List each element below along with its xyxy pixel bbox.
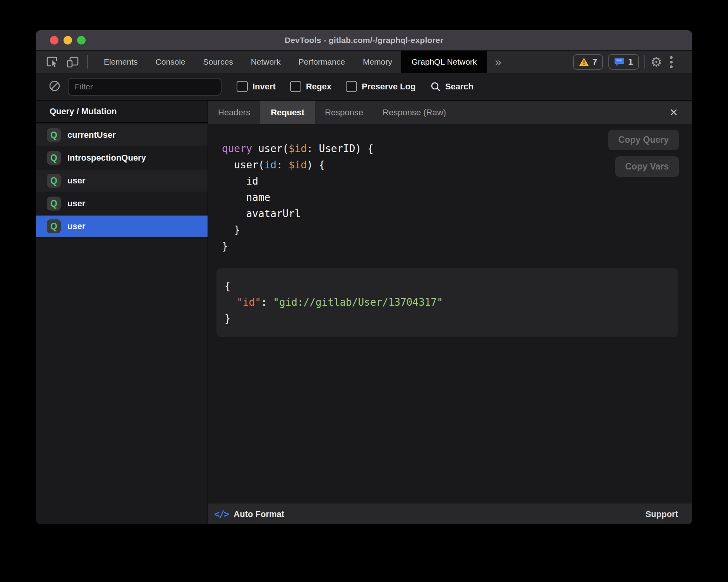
message-count: 1: [628, 57, 633, 67]
warning-icon: [579, 57, 589, 67]
search-control[interactable]: Search: [431, 82, 473, 92]
close-detail-icon[interactable]: ✕: [669, 101, 678, 124]
messages-badge[interactable]: 1: [608, 54, 639, 70]
checkbox-label: Preserve Log: [362, 82, 416, 92]
request-label: user: [67, 221, 85, 231]
panel-tab-network[interactable]: Network: [242, 51, 290, 73]
panel-tab-sources[interactable]: Sources: [194, 51, 242, 73]
panel-tab-memory[interactable]: Memory: [354, 51, 401, 73]
filter-bar: InvertRegexPreserve Log Search: [36, 73, 692, 101]
copy-query-button[interactable]: Copy Query: [608, 130, 679, 150]
detail-tab-response[interactable]: Response: [315, 101, 373, 124]
copy-vars-button[interactable]: Copy Vars: [615, 156, 679, 177]
request-list: QcurrentUserQIntrospectionQueryQuserQuse…: [36, 123, 208, 237]
detail-tab-headers[interactable]: Headers: [208, 101, 260, 124]
kebab-menu-icon[interactable]: [668, 56, 675, 68]
checkbox-box: [346, 81, 357, 92]
request-row-currentUser[interactable]: QcurrentUser: [36, 124, 208, 146]
more-panels-button[interactable]: »: [487, 51, 509, 73]
panel-tab-console[interactable]: Console: [147, 51, 194, 73]
panel-tab-graphql-network[interactable]: GraphQL Network: [401, 51, 487, 73]
devtools-toolbar: ElementsConsoleSourcesNetworkPerformance…: [36, 51, 692, 73]
filter-input[interactable]: [68, 78, 221, 96]
device-toolbar-icon[interactable]: [66, 56, 79, 68]
query-type-badge: Q: [47, 151, 61, 165]
copy-buttons: Copy Query Copy Vars: [608, 130, 679, 177]
search-label: Search: [445, 82, 473, 92]
request-row-user[interactable]: Quser: [36, 193, 208, 214]
inspect-element-icon[interactable]: [46, 56, 58, 68]
checkbox-invert[interactable]: Invert: [237, 81, 276, 92]
checkbox-label: Invert: [252, 82, 276, 92]
request-row-IntrospectionQuery[interactable]: QIntrospectionQuery: [36, 147, 208, 169]
message-bubble-icon: [614, 57, 625, 67]
checkbox-regex[interactable]: Regex: [290, 81, 331, 92]
checkbox-preserve-log[interactable]: Preserve Log: [346, 81, 416, 92]
graphql-variables-code: { "id": "gid://gitlab/User/13704317" }: [225, 278, 670, 327]
auto-format-control[interactable]: </> Auto Format: [214, 509, 284, 520]
toolbar-divider: [87, 55, 88, 68]
code-brackets-icon: </>: [214, 509, 228, 520]
filter-checkboxes: InvertRegexPreserve Log: [237, 81, 416, 92]
toolbar-divider: [644, 55, 645, 68]
devtools-window: DevTools - gitlab.com/-/graphql-explorer…: [36, 30, 692, 524]
panel-tab-elements[interactable]: Elements: [95, 51, 147, 73]
query-type-badge: Q: [47, 219, 61, 233]
toolbar-right: 7 1 ⚙: [573, 51, 692, 73]
auto-format-label: Auto Format: [234, 509, 284, 519]
settings-gear-icon[interactable]: ⚙: [651, 55, 662, 68]
detail-tab-bar: HeadersRequestResponseResponse (Raw) ✕: [208, 101, 692, 124]
query-list-header: Query / Mutation: [36, 101, 208, 123]
query-type-badge: Q: [47, 174, 61, 188]
request-label: user: [67, 199, 85, 209]
variables-card: { "id": "gid://gitlab/User/13704317" }: [216, 268, 678, 337]
request-label: currentUser: [67, 130, 116, 140]
detail-footer: </> Auto Format Support: [208, 503, 692, 524]
issues-warning-badge[interactable]: 7: [573, 54, 603, 70]
request-label: IntrospectionQuery: [67, 153, 146, 163]
window-title: DevTools - gitlab.com/-/graphql-explorer: [36, 36, 692, 45]
checkbox-label: Regex: [306, 82, 331, 92]
request-tab-content: Copy Query Copy Vars query user($id: Use…: [208, 124, 692, 503]
search-icon: [431, 82, 441, 92]
request-row-user[interactable]: Quser: [36, 170, 208, 192]
main-area: Query / Mutation QcurrentUserQIntrospect…: [36, 101, 692, 524]
toolbar-left-icons: [36, 51, 95, 73]
clear-filter-icon[interactable]: [49, 80, 60, 93]
warning-count: 7: [592, 57, 597, 67]
support-link[interactable]: Support: [646, 509, 678, 519]
detail-tab-response-raw-[interactable]: Response (Raw): [373, 101, 456, 124]
panel-tabs: ElementsConsoleSourcesNetworkPerformance…: [95, 51, 487, 73]
request-row-user[interactable]: Quser: [36, 216, 208, 237]
query-type-badge: Q: [47, 128, 61, 142]
query-list-panel: Query / Mutation QcurrentUserQIntrospect…: [36, 101, 208, 524]
checkbox-box: [237, 81, 248, 92]
desktop: { "window": { "title": "DevTools - gitla…: [0, 0, 728, 582]
detail-tab-request[interactable]: Request: [260, 101, 315, 124]
query-type-badge: Q: [47, 197, 61, 211]
request-detail-panel: HeadersRequestResponseResponse (Raw) ✕ C…: [208, 101, 692, 524]
request-label: user: [67, 176, 85, 186]
panel-tab-performance[interactable]: Performance: [290, 51, 354, 73]
checkbox-box: [290, 81, 301, 92]
titlebar: DevTools - gitlab.com/-/graphql-explorer: [36, 30, 692, 51]
